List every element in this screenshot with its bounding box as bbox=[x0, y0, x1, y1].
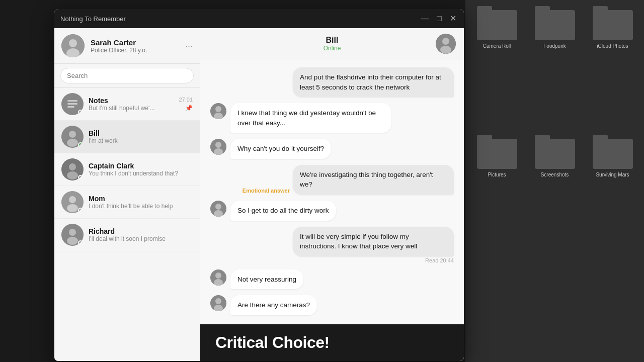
profile-menu-button[interactable]: ··· bbox=[185, 41, 193, 51]
chat-contact-avatar bbox=[436, 34, 456, 54]
icon-label: Surviving Mars bbox=[596, 172, 629, 177]
mom-name: Mom bbox=[89, 195, 193, 203]
contact-item-richard[interactable]: Richard I'll deal with it soon I promise bbox=[54, 219, 200, 251]
bill-avatar bbox=[61, 126, 84, 148]
notes-status-dot bbox=[78, 110, 83, 115]
search-input[interactable] bbox=[60, 68, 194, 83]
message-bubble: And put the flashdrive into their comput… bbox=[293, 67, 454, 97]
svg-point-11 bbox=[69, 163, 76, 170]
message-row: Emotional answer We're investigating thi… bbox=[210, 165, 454, 195]
message-row: Are there any cameras? bbox=[210, 295, 454, 315]
contact-item-bill[interactable]: Bill I'm at work bbox=[54, 121, 200, 153]
search-container bbox=[54, 64, 200, 88]
svg-rect-5 bbox=[67, 103, 77, 105]
profile-name: Sarah Carter bbox=[91, 38, 179, 47]
msg-avatar bbox=[210, 139, 226, 155]
msg-avatar bbox=[210, 269, 226, 286]
message-row: Not very reassuring bbox=[210, 269, 454, 290]
msg-avatar bbox=[210, 295, 226, 311]
notes-info: Notes But I'm still hopeful we'... bbox=[89, 97, 174, 112]
critical-choice-text: Critical Choice! bbox=[215, 333, 330, 351]
sent-wrapper: Emotional answer We're investigating thi… bbox=[243, 165, 454, 195]
chat-header: Bill Online bbox=[200, 28, 464, 59]
richard-preview: I'll deal with it soon I promise bbox=[89, 235, 193, 242]
chat-contact-name: Bill bbox=[324, 36, 341, 45]
captain-clark-preview: You think I don't understand that? bbox=[89, 170, 193, 177]
contact-item-mom[interactable]: Mom I don't think he'll be able to help bbox=[54, 186, 200, 219]
bill-status-dot bbox=[78, 142, 83, 147]
desktop-icon-icloud[interactable]: iCloud Photos bbox=[586, 10, 639, 134]
emotional-label-group: Emotional answer bbox=[243, 188, 290, 195]
captain-clark-name: Captain Clark bbox=[89, 162, 193, 170]
icon-label: Camera Roll bbox=[483, 43, 511, 49]
folder-icon bbox=[593, 10, 633, 40]
contact-item-captain-clark[interactable]: Captain Clark You think I don't understa… bbox=[54, 153, 200, 186]
notes-meta: 27.01 📌 bbox=[179, 97, 193, 112]
svg-point-8 bbox=[69, 131, 76, 138]
folder-icon bbox=[593, 139, 633, 169]
svg-rect-4 bbox=[67, 100, 77, 102]
icon-label: Pictures bbox=[488, 172, 506, 177]
icon-label: Screenshots bbox=[541, 172, 569, 177]
sent-wrapper: And put the flashdrive into their comput… bbox=[293, 67, 454, 97]
chat-contact-info: Bill Online bbox=[324, 36, 341, 52]
folder-icon bbox=[535, 10, 575, 40]
main-content: Sarah Carter Police Officer, 28 y.o. ··· bbox=[54, 28, 464, 361]
mom-status-dot bbox=[78, 208, 83, 213]
message-bubble: So I get to do all the dirty work bbox=[230, 201, 336, 221]
icon-label: iCloud Photos bbox=[597, 43, 628, 49]
mom-preview: I don't think he'll be able to help bbox=[89, 203, 193, 210]
captain-clark-info: Captain Clark You think I don't understa… bbox=[89, 162, 193, 177]
svg-point-21 bbox=[440, 46, 451, 54]
message-row: I knew that thing we did yesterday would… bbox=[210, 103, 454, 133]
richard-status-dot bbox=[78, 240, 83, 245]
message-row: Why can't you do it yourself? bbox=[210, 139, 454, 159]
msg-avatar bbox=[210, 103, 226, 119]
minimize-button[interactable]: — bbox=[419, 15, 430, 23]
svg-point-20 bbox=[442, 38, 449, 45]
notes-name: Notes bbox=[89, 97, 174, 105]
bill-preview: I'm at work bbox=[89, 137, 193, 144]
sent-wrapper: It will be very simple if you follow my … bbox=[293, 227, 454, 263]
desktop-icons-panel: Camera Roll Foodpunk iCloud Photos Pictu… bbox=[465, 0, 644, 362]
svg-point-17 bbox=[69, 229, 76, 236]
richard-name: Richard bbox=[89, 227, 193, 235]
contact-item-notes[interactable]: Notes But I'm still hopeful we'... 27.01… bbox=[54, 88, 200, 121]
desktop-icon-surviving-mars[interactable]: Surviving Mars bbox=[586, 139, 639, 262]
messages-container: And put the flashdrive into their comput… bbox=[200, 59, 464, 324]
sidebar: Sarah Carter Police Officer, 28 y.o. ··· bbox=[54, 28, 200, 361]
emotional-answer-label: Emotional answer bbox=[243, 188, 290, 194]
profile-avatar bbox=[61, 34, 85, 57]
notes-time: 27.01 bbox=[179, 97, 193, 103]
desktop-icon-camera-roll[interactable]: Camera Roll bbox=[470, 10, 523, 134]
svg-point-1 bbox=[69, 39, 77, 47]
folder-icon bbox=[477, 139, 517, 169]
desktop-icon-foodpunk[interactable]: Foodpunk bbox=[528, 10, 581, 134]
svg-rect-6 bbox=[67, 106, 74, 108]
window-title: Nothing To Remember bbox=[60, 15, 126, 23]
svg-point-14 bbox=[69, 196, 76, 203]
message-bubble: Are there any cameras? bbox=[230, 295, 317, 315]
desktop-icon-screenshots[interactable]: Screenshots bbox=[528, 139, 581, 262]
message-bubble: Not very reassuring bbox=[230, 269, 303, 290]
bill-name: Bill bbox=[89, 129, 193, 137]
mom-avatar bbox=[61, 191, 84, 213]
critical-choice-bar[interactable]: Critical Choice! bbox=[200, 324, 464, 361]
close-button[interactable]: ✕ bbox=[448, 15, 458, 23]
folder-icon bbox=[535, 139, 575, 169]
svg-point-23 bbox=[215, 106, 221, 112]
profile-role: Police Officer, 28 y.o. bbox=[91, 47, 179, 54]
svg-point-26 bbox=[215, 142, 221, 148]
message-row: So I get to do all the dirty work bbox=[210, 201, 454, 221]
folder-icon bbox=[477, 10, 517, 40]
svg-point-35 bbox=[215, 298, 221, 304]
svg-point-15 bbox=[67, 204, 78, 212]
maximize-button[interactable]: □ bbox=[435, 15, 443, 23]
svg-point-12 bbox=[67, 171, 78, 179]
svg-point-29 bbox=[215, 204, 221, 210]
desktop-icon-pictures[interactable]: Pictures bbox=[470, 139, 523, 262]
app-window: Nothing To Remember — □ ✕ Sarah Carter bbox=[54, 9, 464, 361]
svg-point-18 bbox=[67, 237, 78, 245]
richard-avatar bbox=[61, 224, 84, 246]
message-bubble: I knew that thing we did yesterday would… bbox=[230, 103, 391, 133]
